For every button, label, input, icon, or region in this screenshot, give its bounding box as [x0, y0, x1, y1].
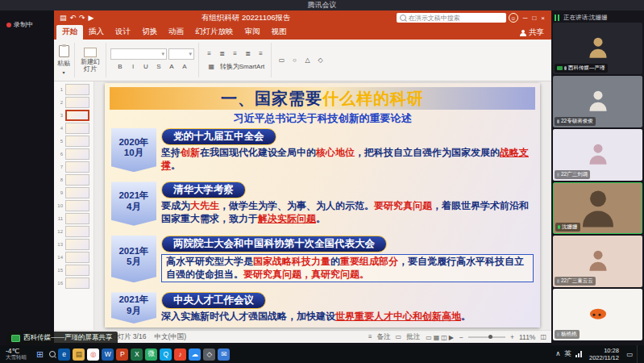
ribbon-tab[interactable]: 切换 [136, 25, 163, 40]
show-desktop-button[interactable] [637, 345, 640, 363]
share-button[interactable]: 共享 [520, 27, 549, 40]
new-slide-button[interactable]: 新建幻灯片 [79, 41, 102, 79]
participant-name-label: 西科传媒—严瑾 [555, 64, 608, 73]
taskbar-app-icon[interactable]: ♪ [174, 348, 186, 361]
paragraph-button[interactable]: ≡ [255, 48, 267, 60]
ribbon-tab[interactable]: 幻灯片放映 [189, 25, 239, 40]
slide-thumbnail[interactable]: 7 [56, 161, 91, 173]
participant-tile[interactable]: 22专硕蒋俊俊 [553, 76, 642, 127]
view-button[interactable]: ▦ [433, 334, 441, 341]
taskbar-app-icon[interactable]: 微 [145, 348, 157, 361]
qat-icon[interactable]: ▶ [87, 14, 96, 22]
taskbar-app-icon[interactable]: P [116, 348, 128, 361]
window-control-icon[interactable]: × [538, 15, 547, 22]
view-button[interactable]: ▭ [425, 334, 433, 341]
participant-tile[interactable]: 22广三刘璐 [553, 129, 642, 181]
smartart-button[interactable]: ▦ 转换为SmartArt [206, 61, 265, 73]
tray-icon[interactable]: ∧ [555, 349, 560, 359]
slide-thumbnail[interactable]: 1 [56, 84, 91, 95]
comments-toggle[interactable]: 批注 [406, 332, 420, 342]
zoom-slider-knob[interactable] [488, 335, 492, 339]
window-control-icon[interactable]: □ [530, 15, 538, 22]
slide-thumbnail[interactable]: 3 [56, 110, 91, 121]
ppt-search-input[interactable]: 在演示文稿中搜索 [397, 13, 506, 23]
paragraph-button[interactable]: ≣ [216, 48, 228, 60]
slide-thumbnail[interactable]: 9 [56, 187, 91, 198]
slide-thumbnail[interactable]: 4 [56, 123, 91, 134]
notes-toggle[interactable]: 备注 [377, 332, 391, 342]
tray-icon[interactable]: 英 [564, 349, 571, 359]
taskbar-search-icon[interactable] [49, 351, 56, 357]
font-group: BIUSAA [110, 41, 194, 79]
font-name-select[interactable] [110, 48, 167, 60]
start-button[interactable]: ⊞ [33, 349, 47, 360]
format-button[interactable]: B [114, 61, 127, 73]
feedback-smiley-icon[interactable]: ☺ [509, 13, 518, 23]
paragraph-button[interactable]: ≡ [229, 48, 241, 60]
participant-tile[interactable]: 22广三童云云 [553, 236, 642, 287]
ribbon-tab[interactable]: 设计 [110, 25, 136, 40]
participant-name: 杨艳艳 [561, 331, 577, 338]
participant-tile[interactable]: 沈姗姗 [553, 182, 642, 234]
taskbar-app-icon[interactable]: ▤ [73, 348, 85, 361]
window-control-icon[interactable]: ─ [521, 15, 530, 22]
qat-icon[interactable]: ↶ [69, 14, 78, 22]
taskbar-app-icon[interactable]: ◇ [203, 348, 215, 361]
ribbon-tab[interactable]: 视图 [266, 25, 293, 40]
weather-widget[interactable]: -4℃ 大雪转晴 [2, 348, 31, 361]
slide-thumbnail[interactable]: 8 [56, 174, 91, 186]
slide-thumbnail[interactable]: 5 [56, 136, 91, 147]
slide-thumbnail[interactable]: 6 [56, 148, 91, 160]
zoom-slider[interactable] [468, 336, 505, 338]
taskbar-app-icon[interactable]: X [131, 348, 143, 361]
zoom-level[interactable]: 111% [519, 333, 535, 341]
slide-thumbnail[interactable]: 15 [56, 265, 91, 276]
paragraph-button[interactable]: ≣ [242, 48, 254, 60]
format-button[interactable]: A [179, 61, 191, 73]
ribbon-tab[interactable]: 开始 [56, 25, 83, 40]
taskbar-app-icon[interactable]: W [102, 348, 114, 361]
view-button[interactable]: ▶ [448, 334, 455, 341]
slide-thumbnail[interactable]: 10 [56, 200, 91, 211]
taskbar-app-icon[interactable]: Q [160, 348, 172, 361]
taskbar-app-icon[interactable]: ☁ [189, 348, 201, 361]
format-button[interactable]: U [140, 61, 152, 73]
format-button[interactable]: A [166, 61, 178, 73]
language-indicator[interactable]: 中文(中国) [154, 332, 186, 342]
qat-icon[interactable]: ▤ [58, 14, 69, 22]
slide-thumbnail[interactable]: 2 [56, 97, 91, 108]
notification-center-icon[interactable]: ▭ [626, 350, 633, 358]
font-size-select[interactable] [168, 48, 194, 60]
search-placeholder: 在演示文稿中搜索 [409, 14, 460, 23]
slide-thumbnail[interactable]: 16 [56, 277, 91, 289]
participant-tile[interactable]: 西科传媒—严瑾 [553, 23, 642, 74]
zoom-in-button[interactable]: + [510, 333, 514, 341]
slide-thumbnail[interactable]: 11 [56, 213, 91, 224]
format-button[interactable]: I [127, 61, 139, 73]
participant-tile[interactable]: 杨艳艳 [553, 289, 642, 340]
network-icon[interactable] [575, 351, 582, 357]
voice-activity-icon [555, 15, 561, 21]
entry-body-text: 高水平研究型大学是国家战略科技力量的重要组成部分，要自觉履行高水平科技自立自强的… [161, 254, 534, 282]
taskbar-app-icon[interactable]: ◎ [87, 348, 99, 361]
qat-icon[interactable]: ↷ [77, 14, 87, 22]
ribbon-tab[interactable]: 审阅 [239, 25, 266, 40]
zoom-out-button[interactable]: − [459, 333, 463, 341]
slide-thumbnail[interactable]: 12 [56, 226, 91, 237]
fit-to-window-button[interactable]: ◫ [540, 333, 546, 340]
ribbon-tab[interactable]: 插入 [83, 25, 110, 40]
ribbon-tab[interactable]: 动画 [163, 25, 189, 40]
format-button[interactable]: S [153, 61, 165, 73]
taskbar-clock[interactable]: 10:28 2022/11/12 [586, 347, 622, 361]
paragraph-button[interactable]: ≡ [203, 48, 215, 60]
view-button[interactable]: ◫ [440, 334, 448, 341]
shape-button[interactable]: △ [301, 55, 314, 66]
slide-thumbnail[interactable]: 14 [56, 252, 91, 263]
slide-thumbnail[interactable]: 13 [56, 239, 91, 250]
shape-button[interactable]: ◇ [314, 55, 326, 66]
paste-button[interactable]: 粘贴 ▾ [57, 41, 70, 79]
shape-button[interactable]: ○ [289, 55, 301, 66]
taskbar-app-icon[interactable]: e [58, 348, 70, 361]
taskbar-app-icon[interactable]: ✉ [218, 348, 230, 361]
shape-button[interactable]: ▭ [276, 55, 288, 66]
